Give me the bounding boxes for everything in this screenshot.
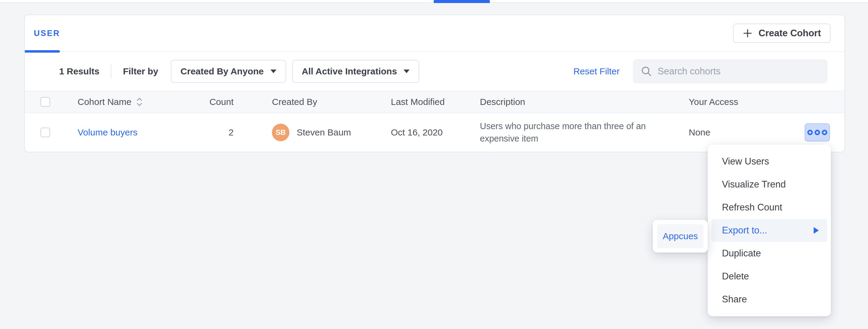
column-header-created-by[interactable]: Created By	[272, 91, 391, 112]
search-cohorts-box	[633, 59, 828, 83]
chevron-down-icon	[271, 70, 276, 73]
tab-user[interactable]: USER	[34, 29, 60, 38]
chevron-down-icon	[404, 70, 409, 73]
cohorts-card: USER Create Cohort 1 Results Filter by C…	[24, 15, 845, 153]
menu-item-delete[interactable]: Delete	[708, 265, 831, 288]
avatar: SB	[272, 124, 289, 141]
column-header-description[interactable]: Description	[480, 91, 689, 112]
active-tab-indicator	[434, 0, 490, 3]
results-count: 1 Results	[59, 66, 99, 77]
menu-item-refresh-count[interactable]: Refresh Count	[708, 196, 831, 219]
row-checkbox[interactable]	[40, 128, 50, 137]
menu-item-visualize-trend[interactable]: Visualize Trend	[708, 173, 831, 196]
row-actions-button[interactable]	[805, 124, 830, 141]
integrations-dropdown-label: All Active Integrations	[302, 66, 397, 77]
arrow-right-icon	[814, 227, 819, 234]
top-nav-strip	[0, 0, 868, 3]
column-header-your-access[interactable]: Your Access	[689, 91, 758, 112]
cohort-count: 2	[213, 113, 272, 152]
last-modified-date: Oct 16, 2020	[391, 113, 480, 152]
menu-item-view-users[interactable]: View Users	[708, 150, 831, 173]
search-icon	[641, 65, 652, 77]
cohort-name-link[interactable]: Volume buyers	[78, 127, 137, 138]
menu-item-share[interactable]: Share	[708, 288, 831, 311]
created-by-dropdown-label: Created By Anyone	[181, 66, 264, 77]
tab-user-underline	[25, 50, 60, 53]
card-tab-bar: USER Create Cohort	[25, 15, 844, 52]
column-header-last-modified[interactable]: Last Modified	[391, 91, 480, 112]
filter-bar: 1 Results Filter by Created By Anyone Al…	[25, 52, 844, 91]
filter-by-label: Filter by	[123, 66, 158, 77]
sort-icon	[135, 97, 143, 107]
create-cohort-button[interactable]: Create Cohort	[733, 24, 831, 43]
row-actions-menu: View Users Visualize Trend Refresh Count…	[708, 144, 831, 316]
menu-item-export-to[interactable]: Export to...	[711, 219, 827, 242]
column-header-cohort-name[interactable]: Cohort Name	[78, 91, 213, 112]
plus-icon	[743, 28, 752, 38]
table-header-row: Cohort Name Count Created By Last Modifi…	[25, 91, 844, 113]
export-submenu: Appcues	[653, 220, 708, 252]
created-by-dropdown[interactable]: Created By Anyone	[171, 60, 286, 83]
creator-name: Steven Baum	[297, 127, 351, 138]
menu-item-export-label: Export to...	[722, 225, 767, 236]
integrations-dropdown[interactable]: All Active Integrations	[292, 60, 420, 83]
column-header-count[interactable]: Count	[213, 91, 272, 112]
create-cohort-label: Create Cohort	[758, 28, 821, 39]
submenu-item-appcues[interactable]: Appcues	[657, 224, 704, 248]
search-input[interactable]	[633, 59, 828, 83]
select-all-checkbox[interactable]	[40, 97, 50, 107]
menu-item-duplicate[interactable]: Duplicate	[708, 242, 831, 265]
cohort-description: Users who purchase more than three of an…	[480, 120, 689, 145]
more-dots-icon	[807, 130, 827, 135]
divider	[111, 64, 112, 78]
reset-filter-link[interactable]: Reset Filter	[574, 66, 620, 77]
